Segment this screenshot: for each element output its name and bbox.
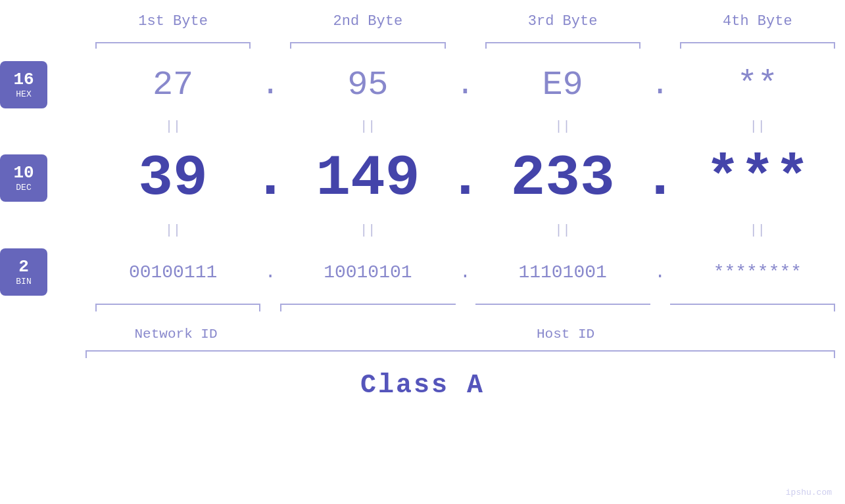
- hex-byte3: E9: [542, 66, 583, 104]
- hex-badge: 16 HEX: [0, 61, 47, 108]
- bin-dot3: .: [654, 262, 665, 283]
- bin-byte4: ********: [713, 262, 802, 283]
- bin-byte2: 10010101: [324, 262, 412, 283]
- dec-byte1: 39: [138, 146, 208, 211]
- dec-badge: 10 DEC: [0, 154, 47, 202]
- eq2-b2: ||: [360, 223, 375, 238]
- hex-dot2: .: [456, 67, 475, 103]
- eq1-b2: ||: [360, 119, 375, 134]
- hex-byte1: 27: [153, 66, 193, 104]
- hex-byte4: **: [737, 66, 778, 104]
- bin-dot1: .: [265, 262, 276, 283]
- network-id-label: Network ID: [135, 327, 218, 342]
- dec-byte3: 233: [510, 146, 614, 211]
- byte3-header: 3rd Byte: [475, 13, 650, 30]
- hex-byte2: 95: [347, 66, 388, 104]
- hex-dot3: .: [650, 67, 669, 103]
- bin-byte1: 00100111: [129, 262, 217, 283]
- eq2-b3: ||: [555, 223, 571, 238]
- bin-dot2: .: [460, 262, 471, 283]
- dec-byte4: ***: [706, 146, 809, 211]
- dec-byte2: 149: [316, 146, 420, 211]
- main-container: 1st Byte 2nd Byte 3rd Byte 4th Byte: [0, 0, 845, 504]
- host-id-label: Host ID: [537, 327, 594, 342]
- eq1-b3: ||: [555, 119, 571, 134]
- byte2-header: 2nd Byte: [280, 13, 455, 30]
- eq1-b4: ||: [750, 119, 765, 134]
- watermark: ipshu.com: [786, 488, 832, 497]
- eq2-b4: ||: [750, 223, 765, 238]
- class-label: Class A: [360, 371, 485, 400]
- hex-dot1: .: [261, 67, 280, 103]
- eq1-b1: ||: [165, 119, 181, 134]
- bin-badge: 2 BIN: [0, 248, 47, 296]
- byte4-header: 4th Byte: [670, 13, 845, 30]
- bin-byte3: 11101001: [518, 262, 606, 283]
- eq2-b1: ||: [165, 223, 181, 238]
- byte1-header: 1st Byte: [85, 13, 260, 30]
